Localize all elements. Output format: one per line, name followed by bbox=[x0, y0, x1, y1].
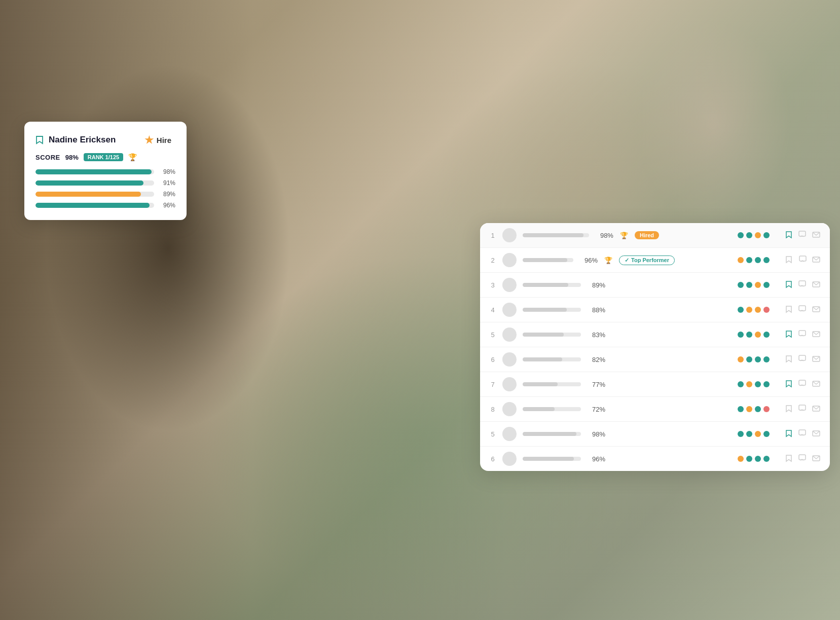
row-percentage: 96% bbox=[587, 455, 605, 463]
row-number: 2 bbox=[489, 257, 496, 264]
row-percentage: 77% bbox=[587, 381, 605, 388]
score-dot bbox=[763, 381, 770, 387]
action-icons bbox=[784, 454, 821, 463]
envelope-action-icon[interactable] bbox=[812, 256, 821, 265]
envelope-action-icon[interactable] bbox=[812, 429, 821, 439]
score-dot bbox=[738, 307, 744, 313]
row-bar-track bbox=[523, 258, 573, 262]
dots-cell bbox=[738, 456, 778, 462]
envelope-action-icon[interactable] bbox=[812, 330, 821, 339]
bookmark-action-icon[interactable] bbox=[784, 405, 793, 414]
message-action-icon[interactable] bbox=[798, 405, 807, 414]
trophy-icon: 🏆 bbox=[619, 232, 629, 239]
row-bar-fill bbox=[523, 382, 558, 386]
progress-pct-1: 98% bbox=[159, 168, 175, 175]
progress-row-4: 96% bbox=[35, 202, 175, 209]
envelope-action-icon[interactable] bbox=[812, 405, 821, 414]
svg-rect-12 bbox=[799, 380, 806, 385]
progress-track-3 bbox=[35, 192, 154, 197]
action-icons bbox=[784, 330, 821, 339]
message-action-icon[interactable] bbox=[798, 231, 807, 240]
message-action-icon[interactable] bbox=[798, 355, 807, 364]
score-dot bbox=[755, 356, 761, 362]
bookmark-action-icon[interactable] bbox=[784, 305, 793, 314]
score-dot bbox=[746, 332, 752, 338]
row-number: 8 bbox=[489, 406, 496, 413]
row-number: 6 bbox=[489, 455, 496, 463]
envelope-action-icon[interactable] bbox=[812, 305, 821, 314]
star-icon: ★ bbox=[144, 134, 154, 146]
message-action-icon[interactable] bbox=[798, 305, 807, 314]
row-bar-track bbox=[523, 407, 581, 411]
score-dot bbox=[755, 431, 761, 437]
bookmark-icon bbox=[35, 135, 45, 144]
dots-cell bbox=[738, 307, 778, 313]
envelope-action-icon[interactable] bbox=[812, 454, 821, 463]
bookmark-action-icon[interactable] bbox=[784, 256, 793, 265]
row-avatar bbox=[502, 377, 517, 391]
row-percentage: 98% bbox=[587, 430, 605, 438]
score-dot bbox=[738, 332, 744, 338]
table-body: 198%🏆Hired296%🏆✓ Top Performer389%488%58… bbox=[480, 223, 830, 471]
score-dot bbox=[763, 456, 770, 462]
table-row: 696% bbox=[480, 447, 830, 471]
action-icons bbox=[784, 429, 821, 439]
row-avatar bbox=[502, 427, 517, 441]
score-dot bbox=[755, 232, 761, 238]
card-header: Nadine Ericksen ★ Hire bbox=[35, 132, 175, 148]
action-icons bbox=[784, 256, 821, 265]
progress-track-2 bbox=[35, 180, 154, 186]
svg-rect-4 bbox=[799, 281, 806, 286]
message-action-icon[interactable] bbox=[798, 280, 807, 289]
score-dot bbox=[763, 431, 770, 437]
hire-button[interactable]: ★ Hire bbox=[140, 132, 175, 148]
table-row: 198%🏆Hired bbox=[480, 223, 830, 248]
bookmark-action-icon[interactable] bbox=[784, 454, 793, 463]
bookmark-action-icon[interactable] bbox=[784, 330, 793, 339]
score-dot bbox=[738, 232, 744, 238]
row-bar-fill bbox=[523, 258, 567, 262]
row-avatar bbox=[502, 352, 517, 367]
row-bar-track bbox=[523, 283, 581, 287]
row-bar-track bbox=[523, 333, 581, 337]
action-icons bbox=[784, 280, 821, 289]
message-action-icon[interactable] bbox=[798, 380, 807, 389]
row-bar-track bbox=[523, 432, 581, 436]
svg-rect-8 bbox=[799, 331, 806, 336]
message-action-icon[interactable] bbox=[798, 256, 807, 265]
score-dot bbox=[746, 356, 752, 362]
message-action-icon[interactable] bbox=[798, 330, 807, 339]
svg-rect-2 bbox=[799, 256, 806, 261]
dots-cell bbox=[738, 381, 778, 387]
score-dot bbox=[763, 332, 770, 338]
score-dot bbox=[738, 282, 744, 288]
bookmark-action-icon[interactable] bbox=[784, 380, 793, 389]
progress-row-3: 89% bbox=[35, 191, 175, 198]
score-dot bbox=[746, 282, 752, 288]
row-bar-track bbox=[523, 357, 581, 361]
score-dot bbox=[755, 282, 761, 288]
row-percentage: 96% bbox=[579, 257, 598, 264]
table-row: 296%🏆✓ Top Performer bbox=[480, 248, 830, 273]
envelope-action-icon[interactable] bbox=[812, 280, 821, 289]
bookmark-action-icon[interactable] bbox=[784, 429, 793, 439]
svg-rect-18 bbox=[799, 455, 806, 460]
score-dot bbox=[755, 406, 761, 412]
dots-cell bbox=[738, 232, 778, 238]
row-percentage: 82% bbox=[587, 356, 605, 363]
bookmark-action-icon[interactable] bbox=[784, 355, 793, 364]
envelope-action-icon[interactable] bbox=[812, 231, 821, 240]
row-bar-fill bbox=[523, 457, 574, 461]
row-avatar bbox=[502, 278, 517, 292]
score-dot bbox=[755, 381, 761, 387]
score-dot bbox=[763, 257, 770, 263]
envelope-action-icon[interactable] bbox=[812, 380, 821, 389]
bookmark-action-icon[interactable] bbox=[784, 231, 793, 240]
message-action-icon[interactable] bbox=[798, 429, 807, 439]
progress-pct-3: 89% bbox=[159, 191, 175, 198]
row-number: 5 bbox=[489, 430, 496, 438]
bookmark-action-icon[interactable] bbox=[784, 280, 793, 289]
envelope-action-icon[interactable] bbox=[812, 355, 821, 364]
svg-rect-10 bbox=[799, 355, 806, 360]
message-action-icon[interactable] bbox=[798, 454, 807, 463]
